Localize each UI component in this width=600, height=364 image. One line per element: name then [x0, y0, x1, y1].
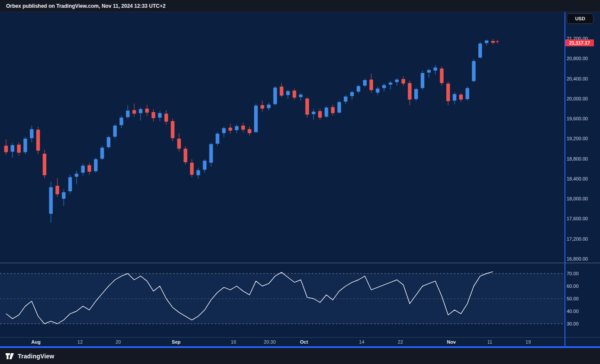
- price-axis-label: 20,800.00: [567, 55, 597, 61]
- candlestick-rsi-chart[interactable]: [0, 0, 600, 364]
- rsi-axis-label: 50.00: [567, 296, 597, 302]
- price-axis-label: 18,000.00: [567, 196, 597, 202]
- candles-layer[interactable]: [4, 39, 495, 223]
- price-axis-label: 20,400.00: [567, 76, 597, 82]
- time-axis-label: 12: [77, 339, 83, 345]
- price-axis-label: 17,200.00: [567, 236, 597, 242]
- time-axis-label: Sep: [172, 339, 181, 345]
- last-price-badge: 21,117.17: [565, 39, 594, 46]
- time-axis-label: 16: [231, 339, 236, 345]
- price-axis-label: 17,600.00: [567, 216, 597, 222]
- price-axis-label: 20,000.00: [567, 96, 597, 102]
- time-axis-separator: [0, 337, 600, 338]
- price-axis-frame-line: [565, 12, 565, 346]
- price-axis-label: 18,400.00: [567, 176, 597, 182]
- time-axis-label: Aug: [31, 339, 40, 345]
- price-axis-label: 19,200.00: [567, 135, 597, 142]
- price-axis-label: 16,800.00: [567, 256, 597, 262]
- tradingview-wordmark[interactable]: TradingView: [18, 353, 54, 360]
- time-axis-label: 14: [359, 339, 364, 345]
- currency-toggle-button[interactable]: USD: [567, 13, 594, 24]
- rsi-axis-label: 30.00: [567, 321, 597, 327]
- pane-separator[interactable]: [0, 263, 600, 263]
- tradingview-published-chart: Orbex published on TradingView.com, Nov …: [0, 0, 600, 364]
- time-axis-label: 11: [487, 339, 492, 345]
- time-axis-label: 20: [116, 339, 121, 345]
- time-axis-label: Nov: [447, 339, 456, 345]
- price-axis-label: 18,800.00: [567, 156, 597, 162]
- rsi-axis-label: 60.00: [567, 283, 597, 289]
- time-axis-label: 20:30: [264, 339, 276, 345]
- footer-bar: TradingView: [0, 348, 600, 364]
- rsi-axis-label: 40.00: [567, 308, 597, 314]
- time-axis-label: Oct: [300, 339, 308, 345]
- time-axis-label: 22: [398, 339, 403, 345]
- rsi-band: [0, 274, 564, 324]
- price-axis-label: 19,600.00: [567, 116, 597, 122]
- time-axis-label: 19: [526, 339, 531, 345]
- rsi-axis-label: 70.00: [567, 271, 597, 277]
- current-bar-marker: [496, 40, 499, 43]
- tradingview-logo-icon[interactable]: [5, 353, 15, 360]
